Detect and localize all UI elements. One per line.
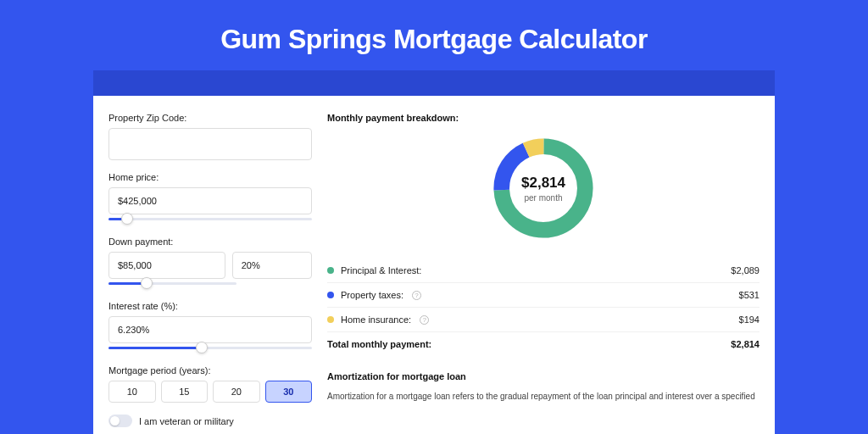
donut-chart: $2,814 per month — [327, 133, 760, 243]
legend-value: $531 — [739, 290, 760, 300]
info-icon[interactable]: ? — [420, 315, 429, 325]
total-row: Total monthly payment: $2,814 — [327, 332, 760, 356]
zip-input[interactable] — [108, 128, 312, 160]
home-price-label: Home price: — [108, 172, 312, 182]
page-title: Gum Springs Mortgage Calculator — [0, 0, 868, 70]
down-payment-percent-input[interactable] — [232, 252, 312, 279]
veteran-toggle[interactable] — [108, 415, 132, 427]
veteran-toggle-label: I am veteran or military — [139, 416, 234, 426]
amortization-section: Amortization for mortgage loan Amortizat… — [327, 371, 760, 403]
legend-row: Home insurance:?$194 — [327, 308, 760, 332]
zip-field: Property Zip Code: — [108, 113, 312, 160]
header-band — [93, 70, 775, 96]
breakdown-column: Monthly payment breakdown: $2,814 per mo… — [327, 113, 760, 427]
mortgage-period-option-10[interactable]: 10 — [108, 381, 156, 403]
legend-value: $194 — [739, 314, 760, 325]
inputs-column: Property Zip Code: Home price: Down paym… — [108, 113, 312, 427]
calculator-card: Property Zip Code: Home price: Down paym… — [93, 96, 775, 434]
legend-dot — [327, 292, 334, 298]
home-price-field: Home price: — [108, 172, 312, 225]
legend-value: $2,089 — [731, 265, 760, 275]
down-payment-amount-input[interactable] — [108, 252, 225, 279]
down-payment-field: Down payment: — [108, 236, 312, 289]
slider-thumb[interactable] — [141, 277, 153, 289]
down-payment-label: Down payment: — [108, 236, 312, 247]
down-payment-slider[interactable] — [108, 279, 236, 289]
legend-dot — [327, 267, 334, 274]
breakdown-title: Monthly payment breakdown: — [327, 113, 760, 123]
legend-row: Property taxes:?$531 — [327, 283, 760, 308]
interest-rate-slider[interactable] — [108, 343, 312, 353]
home-price-slider[interactable] — [108, 214, 312, 225]
mortgage-period-option-15[interactable]: 15 — [161, 381, 209, 403]
mortgage-period-option-20[interactable]: 20 — [213, 381, 260, 403]
mortgage-period-option-30[interactable]: 30 — [265, 381, 313, 403]
amortization-text: Amortization for a mortgage loan refers … — [327, 390, 760, 403]
legend-label: Home insurance: — [341, 314, 411, 325]
amortization-title: Amortization for mortgage loan — [327, 371, 760, 381]
zip-label: Property Zip Code: — [108, 113, 312, 123]
legend-row: Principal & Interest:$2,089 — [327, 259, 760, 283]
slider-thumb[interactable] — [196, 342, 208, 353]
legend-label: Principal & Interest: — [341, 265, 421, 275]
interest-rate-field: Interest rate (%): — [108, 301, 312, 353]
mortgage-period-field: Mortgage period (years): 10152030 — [108, 365, 312, 403]
mortgage-period-options: 10152030 — [108, 381, 312, 403]
mortgage-period-label: Mortgage period (years): — [108, 365, 312, 376]
donut-center-sub: per month — [524, 193, 562, 203]
total-value: $2,814 — [731, 339, 760, 349]
info-icon[interactable]: ? — [412, 291, 421, 300]
slider-thumb[interactable] — [121, 213, 133, 225]
home-price-input[interactable] — [108, 187, 312, 214]
legend-label: Property taxes: — [341, 290, 403, 300]
donut-center-value: $2,814 — [521, 175, 565, 192]
breakdown-legend: Principal & Interest:$2,089Property taxe… — [327, 259, 760, 332]
legend-dot — [327, 316, 334, 323]
total-label: Total monthly payment: — [327, 339, 431, 349]
interest-rate-label: Interest rate (%): — [108, 301, 312, 311]
veteran-toggle-row: I am veteran or military — [108, 415, 312, 427]
interest-rate-input[interactable] — [108, 316, 312, 343]
